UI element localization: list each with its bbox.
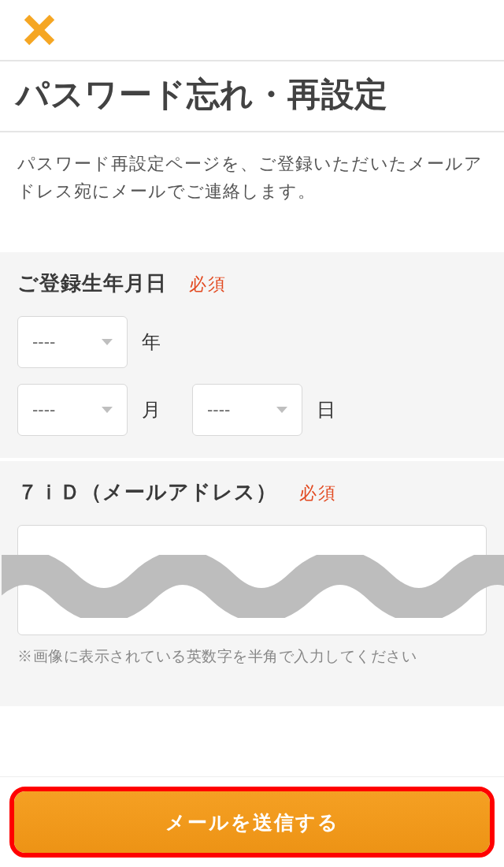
day-select-value: ---- [207, 400, 276, 420]
chevron-down-icon [102, 339, 113, 345]
email-section: ７ｉＤ（メールアドレス） 必須 ※画像に表示されている英数字を半角で入力してくだ… [0, 461, 504, 706]
chevron-down-icon [102, 407, 113, 413]
required-tag: 必須 [189, 273, 227, 296]
send-email-button[interactable]: メールを送信する [14, 791, 490, 853]
captcha-hint: ※画像に表示されている英数字を半角で入力してください [17, 646, 487, 667]
birthdate-section: ご登録生年月日 必須 ---- 年 ---- 月 ---- [0, 252, 504, 458]
year-select[interactable]: ---- [17, 316, 128, 368]
close-icon[interactable] [22, 13, 57, 47]
description-section: パスワード再設定ページを、ご登録いただいたメールアドレス宛にメールでご連絡します… [0, 132, 504, 252]
month-select-value: ---- [32, 400, 102, 420]
title-section: パスワード忘れ・再設定 [0, 61, 504, 132]
description-text: パスワード再設定ページを、ご登録いただいたメールアドレス宛にメールでご連絡します… [17, 150, 487, 205]
header-bar [0, 0, 504, 61]
email-field[interactable] [17, 525, 487, 635]
email-label: ７ｉＤ（メールアドレス） [17, 478, 277, 506]
month-select[interactable]: ---- [17, 384, 128, 436]
birthdate-label: ご登録生年月日 [17, 270, 167, 297]
day-select[interactable]: ---- [192, 384, 302, 436]
day-unit: 日 [317, 397, 335, 422]
month-unit: 月 [142, 397, 161, 422]
footer: メールを送信する [0, 776, 504, 867]
send-button-highlight: メールを送信する [9, 787, 495, 858]
year-select-value: ---- [32, 332, 102, 352]
page-title: パスワード忘れ・再設定 [16, 73, 488, 117]
chevron-down-icon [276, 407, 287, 413]
year-unit: 年 [142, 329, 161, 355]
required-tag: 必須 [299, 482, 337, 505]
